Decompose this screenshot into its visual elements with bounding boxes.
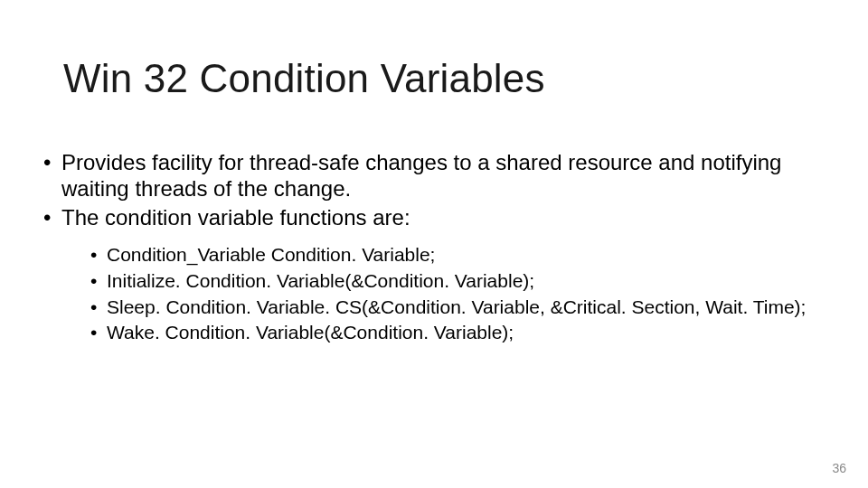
sub-bullet-list: Condition_Variable Condition. Variable; … (90, 243, 821, 346)
bullet-level1: Provides facility for thread-safe change… (43, 149, 821, 202)
bullet-text: Sleep. Condition. Variable. CS(&Conditio… (107, 296, 806, 317)
bullet-level2: Wake. Condition. Variable(&Condition. Va… (90, 321, 821, 345)
bullet-level1: The condition variable functions are: (43, 204, 821, 230)
bullet-text: Initialize. Condition. Variable(&Conditi… (107, 270, 534, 291)
bullet-text: Wake. Condition. Variable(&Condition. Va… (107, 322, 514, 343)
bullet-text: The condition variable functions are: (61, 205, 410, 230)
slide: Win 32 Condition Variables Provides faci… (0, 0, 868, 488)
bullet-level2: Initialize. Condition. Variable(&Conditi… (90, 269, 821, 294)
slide-body: Provides facility for thread-safe change… (43, 149, 821, 347)
bullet-level2: Condition_Variable Condition. Variable; (90, 243, 821, 267)
bullet-text: Condition_Variable Condition. Variable; (107, 244, 435, 265)
page-number: 36 (832, 461, 846, 475)
slide-title: Win 32 Condition Variables (63, 56, 545, 101)
bullet-text: Provides facility for thread-safe change… (61, 150, 781, 201)
bullet-level2: Sleep. Condition. Variable. CS(&Conditio… (90, 296, 821, 320)
